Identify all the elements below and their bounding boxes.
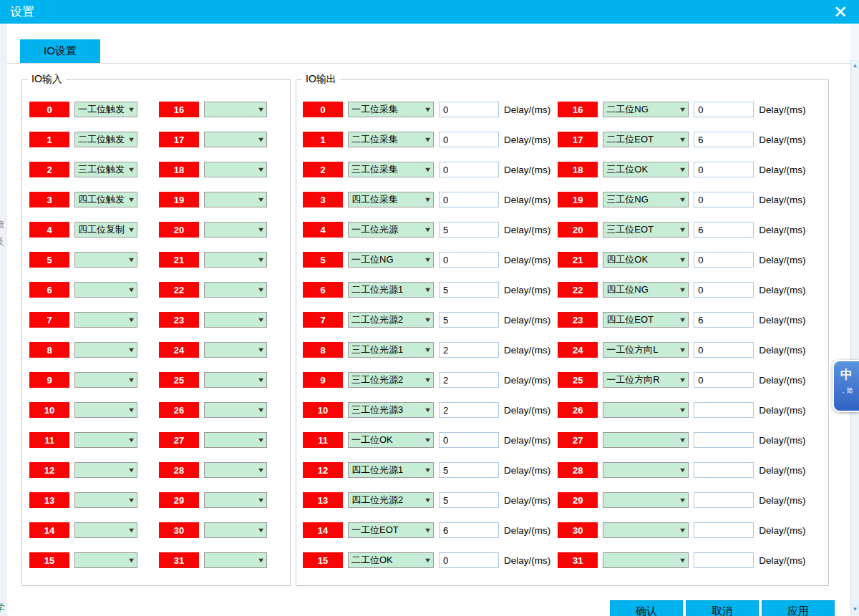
io-function-dropdown[interactable]: ▼ [204, 192, 267, 207]
io-number-badge[interactable]: 27 [159, 432, 199, 448]
io-function-dropdown[interactable]: ▼ [204, 372, 267, 388]
io-number-badge[interactable]: 5 [29, 252, 69, 268]
delay-input[interactable] [439, 162, 499, 177]
io-number-badge[interactable]: 14 [303, 522, 343, 538]
tab-io-settings[interactable]: IO设置 [20, 39, 100, 63]
io-number-badge[interactable]: 4 [303, 222, 343, 238]
io-function-dropdown[interactable]: ▼ [204, 222, 267, 238]
io-function-dropdown[interactable]: ▼ [204, 492, 267, 508]
delay-input[interactable] [439, 222, 499, 238]
io-function-dropdown[interactable]: ▼ [74, 282, 137, 298]
delay-input[interactable] [694, 282, 754, 298]
scrollbar[interactable]: ▲ ▼ [850, 60, 859, 616]
io-number-badge[interactable]: 12 [29, 462, 69, 478]
io-number-badge[interactable]: 14 [29, 522, 69, 538]
scroll-up-icon[interactable]: ▲ [851, 61, 859, 71]
delay-input[interactable] [694, 162, 754, 177]
io-number-badge[interactable]: 0 [303, 102, 343, 117]
io-number-badge[interactable]: 20 [159, 222, 199, 238]
io-function-dropdown[interactable]: ▼ [204, 402, 267, 418]
io-function-dropdown[interactable]: ▼ [204, 132, 267, 147]
io-function-dropdown[interactable]: 四工位采集 ▼ [348, 192, 434, 207]
delay-input[interactable] [439, 372, 499, 388]
io-function-dropdown[interactable]: ▼ [204, 522, 267, 538]
io-number-badge[interactable]: 10 [29, 402, 69, 418]
io-function-dropdown[interactable]: ▼ [74, 252, 137, 268]
io-number-badge[interactable]: 4 [29, 222, 69, 238]
delay-input[interactable] [439, 522, 499, 538]
delay-input[interactable] [439, 102, 499, 117]
io-function-dropdown[interactable]: 四工位OK ▼ [603, 252, 689, 268]
io-function-dropdown[interactable]: 一工位EOT ▼ [348, 522, 434, 538]
io-function-dropdown[interactable]: ▼ [603, 462, 689, 478]
io-function-dropdown[interactable]: ▼ [204, 342, 267, 358]
ime-widget[interactable]: 中 ，简 [833, 360, 859, 412]
delay-input[interactable] [439, 432, 499, 448]
io-function-dropdown[interactable]: 三工位光源1 ▼ [348, 342, 434, 358]
delay-input[interactable] [694, 222, 754, 238]
io-function-dropdown[interactable]: 二工位NG ▼ [603, 102, 689, 117]
delay-input[interactable] [694, 102, 754, 117]
io-number-badge[interactable]: 24 [558, 342, 598, 358]
io-number-badge[interactable]: 30 [159, 522, 199, 538]
io-function-dropdown[interactable]: ▼ [74, 372, 137, 388]
io-number-badge[interactable]: 5 [303, 252, 343, 268]
io-number-badge[interactable]: 23 [558, 312, 598, 328]
io-number-badge[interactable]: 16 [558, 102, 598, 117]
delay-input[interactable] [694, 312, 754, 328]
delay-input[interactable] [439, 402, 499, 418]
delay-input[interactable] [439, 462, 499, 478]
io-number-badge[interactable]: 29 [159, 492, 199, 508]
io-function-dropdown[interactable]: ▼ [204, 312, 267, 328]
io-number-badge[interactable]: 2 [303, 162, 343, 177]
io-number-badge[interactable]: 28 [159, 462, 199, 478]
delay-input[interactable] [439, 492, 499, 508]
io-function-dropdown[interactable]: ▼ [204, 432, 267, 448]
io-function-dropdown[interactable]: ▼ [74, 492, 137, 508]
io-number-badge[interactable]: 7 [303, 312, 343, 328]
io-number-badge[interactable]: 6 [29, 282, 69, 298]
io-number-badge[interactable]: 1 [29, 132, 69, 147]
io-number-badge[interactable]: 21 [558, 252, 598, 268]
io-function-dropdown[interactable]: 四工位触发 ▼ [74, 192, 137, 207]
delay-input[interactable] [439, 312, 499, 328]
io-function-dropdown[interactable]: 二工位采集 ▼ [348, 132, 434, 147]
io-function-dropdown[interactable]: 二工位光源2 ▼ [348, 312, 434, 328]
io-function-dropdown[interactable]: 一工位方向L ▼ [603, 342, 689, 358]
io-function-dropdown[interactable]: ▼ [74, 312, 137, 328]
io-function-dropdown[interactable]: 三工位NG ▼ [603, 192, 689, 207]
io-function-dropdown[interactable]: 一工位光源 ▼ [348, 222, 434, 238]
io-function-dropdown[interactable]: 三工位触发 ▼ [74, 162, 137, 177]
io-function-dropdown[interactable]: 一工位触发 ▼ [74, 102, 137, 117]
io-number-badge[interactable]: 25 [558, 372, 598, 388]
io-number-badge[interactable]: 30 [558, 522, 598, 538]
io-function-dropdown[interactable]: 四工位光源2 ▼ [348, 492, 434, 508]
delay-input[interactable] [439, 282, 499, 298]
scroll-down-icon[interactable]: ▼ [851, 605, 859, 615]
delay-input[interactable] [694, 402, 754, 418]
io-number-badge[interactable]: 8 [303, 342, 343, 358]
io-function-dropdown[interactable]: 一工位采集 ▼ [348, 102, 434, 117]
io-function-dropdown[interactable]: 二工位OK ▼ [348, 552, 434, 568]
delay-input[interactable] [694, 192, 754, 207]
io-number-badge[interactable]: 22 [159, 282, 199, 298]
delay-input[interactable] [694, 372, 754, 388]
io-function-dropdown[interactable]: ▼ [204, 282, 267, 298]
io-function-dropdown[interactable]: ▼ [603, 552, 689, 568]
io-number-badge[interactable]: 16 [159, 102, 199, 117]
close-icon[interactable]: ✕ [833, 1, 848, 23]
io-number-badge[interactable]: 26 [558, 402, 598, 418]
io-number-badge[interactable]: 3 [303, 192, 343, 207]
io-number-badge[interactable]: 8 [29, 342, 69, 358]
io-number-badge[interactable]: 7 [29, 312, 69, 328]
io-number-badge[interactable]: 3 [29, 192, 69, 207]
io-function-dropdown[interactable]: 三工位OK ▼ [603, 162, 689, 177]
io-number-badge[interactable]: 6 [303, 282, 343, 298]
io-number-badge[interactable]: 23 [159, 312, 199, 328]
io-function-dropdown[interactable]: 二工位光源1 ▼ [348, 282, 434, 298]
delay-input[interactable] [694, 252, 754, 268]
io-function-dropdown[interactable]: 四工位复制 ▼ [74, 222, 137, 238]
io-function-dropdown[interactable]: ▼ [74, 402, 137, 418]
io-number-badge[interactable]: 0 [29, 102, 69, 117]
io-function-dropdown[interactable]: 一工位OK ▼ [348, 432, 434, 448]
